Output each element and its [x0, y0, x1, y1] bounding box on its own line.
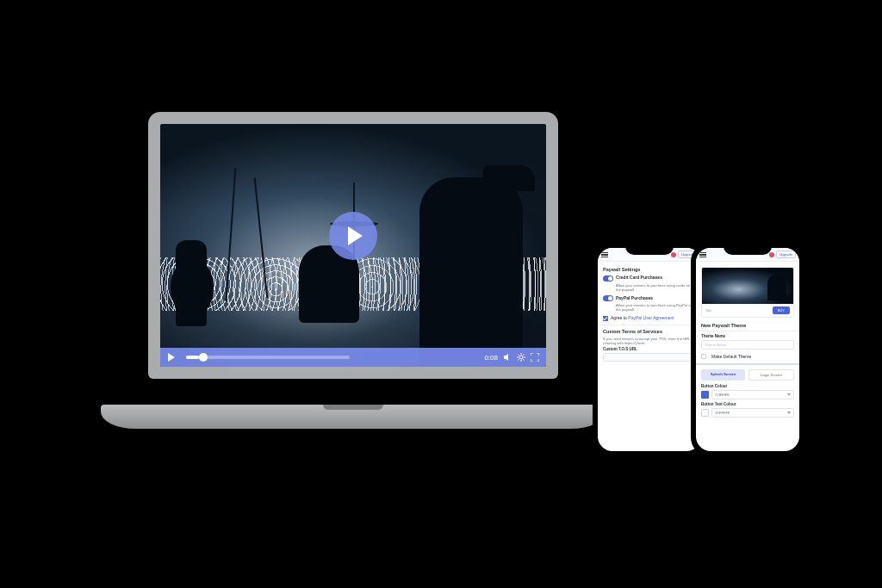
chevron-down-icon: [787, 412, 791, 414]
paypal-agreement-link[interactable]: PayPal User Agreement: [628, 315, 674, 320]
preview-buy-button[interactable]: BUY: [773, 306, 790, 314]
theme-name-label: Theme Name: [701, 334, 794, 338]
theme-section-title: New Paywall Theme: [701, 323, 794, 328]
settings-icon[interactable]: [517, 353, 525, 362]
default-theme-checkbox[interactable]: [701, 354, 706, 359]
upgrade-button[interactable]: Upgrade: [776, 251, 796, 258]
phone-mockup-theme: Upgrade Title BUY New Paywall Theme Them…: [691, 243, 804, 456]
laptop-mockup: 0:08: [134, 112, 573, 422]
theme-name-input[interactable]: Theme Name: [701, 340, 794, 350]
agree-text: Agree to PayPal User Agreement: [611, 315, 674, 320]
timestamp: 0:08: [484, 354, 498, 362]
menu-icon[interactable]: [601, 252, 608, 257]
tab-splash[interactable]: Splash Screen: [701, 369, 745, 381]
laptop-bezel: 0:08: [148, 112, 558, 379]
paypal-label: PayPal Purchases: [616, 295, 653, 300]
theme-preview: Title BUY: [701, 267, 794, 318]
credit-card-toggle[interactable]: [603, 275, 613, 282]
tos-url-label: Custom T.O.S URL: [603, 347, 696, 351]
preview-title: Title: [705, 308, 711, 313]
fullscreen-icon[interactable]: [531, 353, 539, 362]
paypal-toggle[interactable]: [603, 295, 613, 301]
button-text-colour-select[interactable]: #FFFFFF: [711, 408, 794, 418]
menu-icon[interactable]: [699, 252, 706, 257]
button-text-colour-label: Button Text Colour: [701, 402, 794, 406]
credit-card-label: Credit Card Purchases: [616, 275, 662, 280]
progress-bar[interactable]: [186, 356, 350, 359]
play-icon[interactable]: [167, 353, 176, 362]
video-controls: 0:08: [160, 348, 546, 367]
button-text-colour-swatch[interactable]: [701, 409, 709, 417]
tos-desc: If you need viewers to accept your TOS, …: [603, 337, 696, 346]
tab-login[interactable]: Login Screen: [748, 369, 794, 381]
default-theme-label: Make Default Theme: [711, 354, 751, 359]
paypal-desc: Allow your viewers to purchase using Pay…: [616, 303, 696, 312]
agree-checkbox[interactable]: [603, 316, 608, 321]
notification-badge[interactable]: [671, 252, 676, 257]
notification-badge[interactable]: [769, 252, 774, 257]
button-colour-swatch[interactable]: [701, 391, 709, 399]
svg-point-0: [519, 356, 523, 359]
tos-url-input[interactable]: [603, 353, 696, 362]
laptop-base: [101, 405, 606, 429]
play-button[interactable]: [329, 212, 377, 260]
tos-title: Custom Terms of Services: [603, 329, 696, 334]
credit-card-desc: Allow your viewers to purchase using car…: [616, 283, 696, 292]
phone-mockup-settings: Upgrade Paywall Settings Credit Card Pur…: [593, 243, 706, 456]
settings-title: Paywall Settings: [603, 267, 696, 272]
button-colour-label: Button Colour: [701, 384, 794, 388]
chevron-down-icon: [787, 393, 791, 396]
button-colour-select[interactable]: #2899F6: [711, 390, 794, 399]
video-player[interactable]: 0:08: [160, 124, 546, 367]
screen-tabs: Splash Screen Login Screen: [701, 369, 794, 381]
volume-icon[interactable]: [503, 353, 512, 362]
